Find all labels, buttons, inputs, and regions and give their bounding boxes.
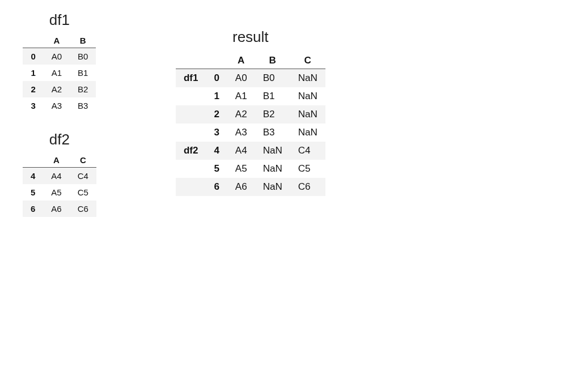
cell: B1 (70, 65, 96, 81)
col-header: A (44, 33, 70, 48)
cell: A5 (227, 160, 255, 178)
table-row: 6 A6 NaN C6 (176, 178, 325, 196)
cell: A1 (227, 87, 255, 105)
cell: A0 (44, 48, 70, 65)
cell: C4 (70, 168, 96, 185)
row-index: 5 (206, 160, 227, 178)
cell: B0 (70, 48, 96, 65)
left-column: df1 A B 0 A0 B0 1 (23, 11, 96, 217)
table-row: 0 A0 B0 (23, 48, 96, 65)
result-table: A B C df1 0 A0 B0 NaN 1 (176, 53, 325, 196)
group-label (176, 123, 206, 142)
cell: B3 (255, 123, 290, 142)
cell: NaN (290, 87, 325, 105)
layout-container: df1 A B 0 A0 B0 1 (23, 11, 544, 217)
cell: C5 (290, 160, 325, 178)
cell: A3 (44, 97, 70, 114)
cell: B1 (255, 87, 290, 105)
result-wrap: A B C df1 0 A0 B0 NaN 1 (176, 53, 325, 196)
df2-title: df2 (49, 131, 70, 148)
table-row: 1 A1 B1 NaN (176, 87, 325, 105)
row-index: 4 (206, 142, 227, 160)
cell: NaN (255, 160, 290, 178)
group-label (176, 178, 206, 196)
table-header-row: A B (23, 33, 96, 48)
table-row: df2 4 A4 NaN C4 (176, 142, 325, 160)
index-header (23, 33, 43, 48)
col-header: C (70, 153, 96, 168)
col-header: B (255, 53, 290, 69)
cell: B2 (70, 81, 96, 97)
cell: B2 (255, 105, 290, 123)
cell: C6 (290, 178, 325, 196)
group-label (176, 105, 206, 123)
table-header-row: A C (23, 153, 96, 168)
row-index: 2 (23, 81, 43, 97)
row-index: 1 (206, 87, 227, 105)
row-index: 5 (23, 184, 43, 201)
col-header: C (290, 53, 325, 69)
index-header (206, 53, 227, 69)
cell: A4 (227, 142, 255, 160)
group-label (176, 160, 206, 178)
cell: A4 (43, 168, 69, 185)
result-title: result (232, 28, 269, 46)
cell: NaN (290, 69, 325, 88)
cell: C5 (70, 184, 96, 201)
row-index: 0 (23, 48, 43, 65)
cell: NaN (290, 123, 325, 142)
group-label: df1 (176, 69, 206, 88)
col-header: A (43, 153, 69, 168)
table-row: 6 A6 C6 (23, 201, 96, 217)
cell: A2 (227, 105, 255, 123)
table-row: 5 A5 C5 (23, 184, 96, 201)
cell: A5 (43, 184, 69, 201)
cell: NaN (290, 105, 325, 123)
cell: A3 (227, 123, 255, 142)
row-index: 6 (206, 178, 227, 196)
cell: A0 (227, 69, 255, 88)
cell: A6 (43, 201, 69, 217)
row-index: 3 (206, 123, 227, 142)
row-index: 0 (206, 69, 227, 88)
cell: A1 (44, 65, 70, 81)
group-label (176, 87, 206, 105)
table-row: 2 A2 B2 (23, 81, 96, 97)
table-row: 3 A3 B3 (23, 97, 96, 114)
cell: C6 (70, 201, 96, 217)
df2-table: A C 4 A4 C4 5 A5 C5 (23, 153, 96, 217)
cell: C4 (290, 142, 325, 160)
cell: NaN (255, 178, 290, 196)
table-row: 1 A1 B1 (23, 65, 96, 81)
cell: A6 (227, 178, 255, 196)
row-index: 2 (206, 105, 227, 123)
index-header (23, 153, 43, 168)
table-row: 5 A5 NaN C5 (176, 160, 325, 178)
table-row: 4 A4 C4 (23, 168, 96, 185)
group-label: df2 (176, 142, 206, 160)
table-header-row: A B C (176, 53, 325, 69)
df1-block: df1 A B 0 A0 B0 1 (23, 11, 96, 114)
row-index: 1 (23, 65, 43, 81)
table-row: 2 A2 B2 NaN (176, 105, 325, 123)
df1-title: df1 (49, 11, 70, 29)
row-index: 6 (23, 201, 43, 217)
col-header: A (227, 53, 255, 69)
cell: A2 (44, 81, 70, 97)
right-column: result A B C df1 0 A0 (176, 28, 325, 196)
row-index: 4 (23, 168, 43, 185)
col-header: B (70, 33, 96, 48)
group-header (176, 53, 206, 69)
cell: B0 (255, 69, 290, 88)
row-index: 3 (23, 97, 43, 114)
df1-table: A B 0 A0 B0 1 A1 B1 (23, 33, 96, 114)
cell: NaN (255, 142, 290, 160)
table-row: df1 0 A0 B0 NaN (176, 69, 325, 88)
cell: B3 (70, 97, 96, 114)
df2-block: df2 A C 4 A4 C4 5 (23, 131, 96, 217)
table-row: 3 A3 B3 NaN (176, 123, 325, 142)
